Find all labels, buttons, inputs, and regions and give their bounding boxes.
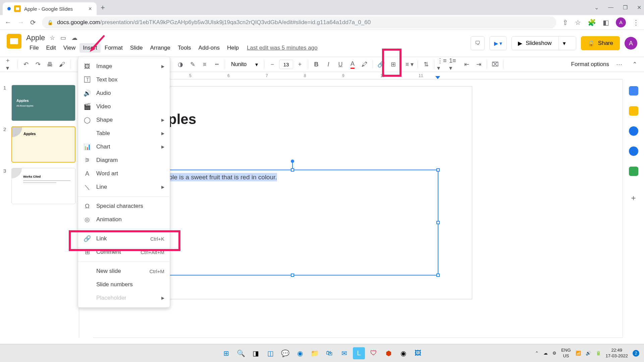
insert-menu-image[interactable]: 🖼Image▶ bbox=[78, 60, 170, 73]
chevron-down-icon[interactable]: ⌄ bbox=[594, 4, 599, 11]
file-explorer-icon[interactable]: 📁 bbox=[309, 347, 321, 359]
resize-handle[interactable] bbox=[291, 274, 294, 277]
insert-menu-special-characters[interactable]: ΩSpecial characters bbox=[78, 199, 170, 213]
redo-button[interactable]: ↷ bbox=[33, 59, 43, 70]
notification-badge[interactable]: 2 bbox=[633, 350, 639, 357]
menu-tools[interactable]: Tools bbox=[174, 43, 195, 53]
increase-indent-button[interactable]: ⇥ bbox=[473, 59, 484, 70]
border-color-button[interactable]: ✎ bbox=[187, 59, 198, 70]
new-slide-button[interactable]: + ▾ bbox=[4, 59, 15, 70]
battery-icon[interactable]: 🔋 bbox=[596, 351, 601, 356]
fill-color-button[interactable]: ◑ bbox=[175, 59, 186, 70]
insert-menu-slide-numbers[interactable]: Slide numbers bbox=[78, 278, 170, 291]
menu-edit[interactable]: Edit bbox=[43, 43, 59, 53]
back-icon[interactable]: ← bbox=[5, 18, 11, 26]
search-icon[interactable]: 🔍 bbox=[235, 347, 247, 359]
document-title[interactable]: Apple bbox=[26, 34, 45, 42]
volume-icon[interactable]: 🔊 bbox=[586, 351, 591, 356]
reload-icon[interactable]: ⟳ bbox=[30, 18, 36, 26]
print-button[interactable]: 🖶 bbox=[45, 59, 55, 70]
minimize-icon[interactable]: ― bbox=[608, 4, 613, 11]
insert-link-button[interactable]: 🔗 bbox=[376, 59, 386, 70]
increase-font-button[interactable]: + bbox=[294, 59, 305, 70]
numbered-list-button[interactable]: 1≡ ▾ bbox=[449, 59, 460, 70]
right-indent-icon[interactable] bbox=[435, 76, 440, 79]
chrome-menu-icon[interactable]: ⋮ bbox=[633, 18, 639, 26]
add-addon-button[interactable]: + bbox=[631, 193, 636, 203]
border-dash-button[interactable]: ┅ bbox=[211, 59, 222, 70]
paint-format-button[interactable]: 🖌 bbox=[57, 59, 67, 70]
language-indicator[interactable]: ENGUS bbox=[561, 348, 571, 359]
collapse-toolbar-button[interactable]: ⌃ bbox=[629, 59, 640, 70]
slide-thumbnail-2[interactable]: 2 Apples bbox=[3, 126, 75, 163]
share-page-icon[interactable]: ⇧ bbox=[562, 18, 568, 26]
text-color-button[interactable]: A bbox=[347, 59, 358, 70]
close-window-icon[interactable]: ✕ bbox=[637, 4, 641, 11]
chat-icon[interactable]: 💬 bbox=[279, 347, 291, 359]
insert-comment-button[interactable]: ⊞ bbox=[388, 59, 398, 70]
format-options-button[interactable]: Format options bbox=[571, 61, 609, 68]
resize-handle[interactable] bbox=[436, 168, 440, 172]
clock[interactable]: 22:4917-03-2022 bbox=[606, 348, 628, 359]
insert-menu-table[interactable]: Table▶ bbox=[78, 127, 170, 140]
insert-menu-new-slide[interactable]: New slideCtrl+M bbox=[78, 264, 170, 278]
font-size-input[interactable]: 13 bbox=[279, 60, 293, 69]
slideshow-button[interactable]: ▶ Slideshow ▾ bbox=[512, 36, 576, 50]
keep-icon[interactable] bbox=[629, 106, 638, 116]
insert-menu-chart[interactable]: 📊Chart▶ bbox=[78, 140, 170, 154]
chrome-profile-avatar[interactable]: A bbox=[616, 17, 626, 27]
cloud-status-icon[interactable]: ☁ bbox=[71, 34, 77, 42]
italic-button[interactable]: I bbox=[323, 59, 334, 70]
widgets-icon[interactable]: ◫ bbox=[264, 347, 276, 359]
calendar-icon[interactable] bbox=[629, 86, 638, 96]
ruler[interactable]: 4 5 6 7 8 9 10 11 bbox=[93, 72, 623, 79]
resize-handle[interactable] bbox=[436, 221, 440, 224]
extensions-icon[interactable]: 🧩 bbox=[588, 18, 596, 26]
start-icon[interactable]: ⊞ bbox=[220, 347, 232, 359]
highlight-color-button[interactable]: 🖍 bbox=[359, 59, 370, 70]
more-options-button[interactable]: ⋯ bbox=[614, 59, 625, 70]
insert-menu-video[interactable]: 🎬Video bbox=[78, 100, 170, 113]
border-weight-button[interactable]: ≡ bbox=[199, 59, 210, 70]
insert-menu-line[interactable]: ＼Line▶ bbox=[78, 180, 170, 194]
insert-menu-link[interactable]: 🔗LinkCtrl+K bbox=[78, 232, 170, 245]
onedrive-icon[interactable]: ☁ bbox=[543, 351, 548, 356]
decrease-indent-button[interactable]: ⇤ bbox=[461, 59, 472, 70]
photos-icon[interactable]: 🖼 bbox=[412, 347, 424, 359]
insert-menu-shape[interactable]: ◯Shape▶ bbox=[78, 113, 170, 127]
last-edit-link[interactable]: Last edit was 5 minutes ago bbox=[247, 45, 318, 51]
maximize-icon[interactable]: ❐ bbox=[623, 4, 628, 11]
bullet-list-button[interactable]: ⋮≡ ▾ bbox=[437, 59, 448, 70]
task-view-icon[interactable]: ◨ bbox=[250, 347, 262, 359]
align-button[interactable]: ≡ ▾ bbox=[404, 59, 415, 70]
tray-app-icon[interactable]: ⚙ bbox=[552, 351, 556, 356]
insert-menu-diagram[interactable]: ⚞Diagram bbox=[78, 154, 170, 167]
menu-file[interactable]: File bbox=[26, 43, 42, 53]
decrease-font-button[interactable]: − bbox=[267, 59, 278, 70]
sidepanel-icon[interactable]: ◧ bbox=[603, 18, 609, 26]
slide-thumbnail-3[interactable]: 3 Works Cited bbox=[3, 168, 75, 204]
font-family-select[interactable]: Nunito▾ bbox=[228, 61, 261, 68]
clear-formatting-button[interactable]: ⌧ bbox=[490, 59, 500, 70]
store-icon[interactable]: 🛍 bbox=[323, 347, 335, 359]
tasks-icon[interactable] bbox=[629, 126, 638, 136]
contacts-icon[interactable] bbox=[629, 146, 638, 156]
url-bar[interactable]: 🔒 docs.google.com/presentation/d/1ebTKA9… bbox=[42, 16, 556, 28]
resize-handle[interactable] bbox=[291, 168, 294, 172]
menu-addons[interactable]: Add-ons bbox=[195, 43, 223, 53]
browser-tab[interactable]: Apple - Google Slides × bbox=[3, 2, 97, 15]
office-icon[interactable]: ⬢ bbox=[382, 347, 394, 359]
insert-menu-word-art[interactable]: AWord art bbox=[78, 167, 170, 180]
slideshow-caret-icon[interactable]: ▾ bbox=[558, 37, 570, 50]
slide-thumbnail-1[interactable]: 1 ApplesAll About Apples bbox=[3, 85, 75, 121]
menu-arrange[interactable]: Arrange bbox=[147, 43, 173, 53]
chrome-icon[interactable]: ◉ bbox=[397, 347, 409, 359]
forward-icon[interactable]: → bbox=[17, 18, 24, 26]
resize-handle[interactable] bbox=[436, 274, 440, 277]
maps-icon[interactable] bbox=[629, 167, 638, 176]
bookmark-star-icon[interactable]: ☆ bbox=[575, 18, 581, 26]
new-tab-button[interactable]: + bbox=[101, 3, 105, 12]
menu-help[interactable]: Help bbox=[224, 43, 242, 53]
wifi-icon[interactable]: 📶 bbox=[576, 351, 581, 356]
undo-button[interactable]: ↶ bbox=[20, 59, 31, 70]
